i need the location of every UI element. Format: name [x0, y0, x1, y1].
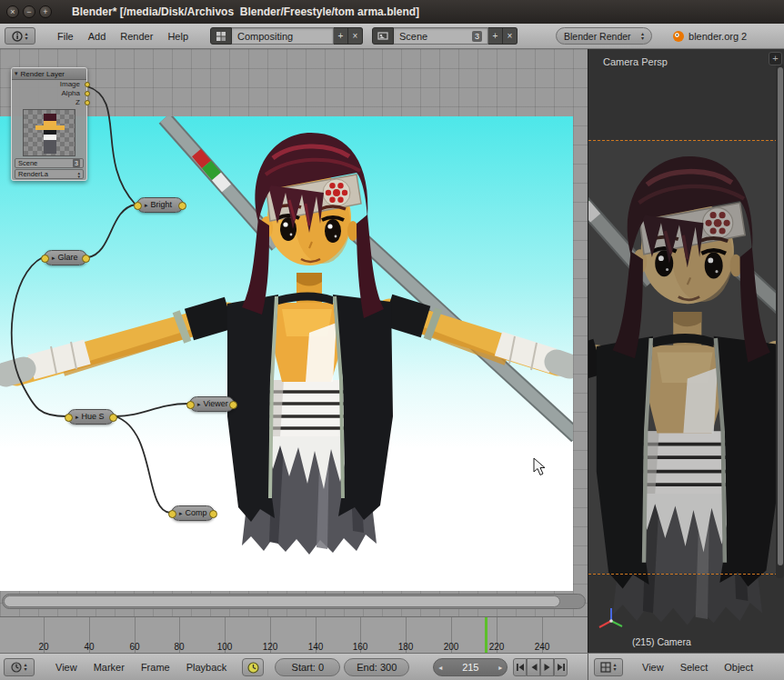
timeline-strip[interactable]: 20 40 60 80 100 120 140 160 180 200 220 … [0, 616, 588, 653]
menu-view-3d[interactable]: View [634, 662, 672, 673]
increment-arrow-icon[interactable]: ▸ [498, 664, 502, 672]
tick-label: 140 [308, 642, 324, 652]
blender-web-link[interactable]: blender.org 2 [672, 30, 747, 43]
titlebar: × − + Blender* [/media/Disk/Archivos Ble… [0, 0, 784, 24]
menu-view[interactable]: View [47, 662, 85, 673]
collapse-triangle-icon: ▸ [145, 202, 148, 208]
clock-icon [11, 662, 22, 673]
bottom-headers: ▴▾ View Marker Frame Playback Start: 0 E… [0, 653, 784, 680]
browse-layouts-button[interactable] [210, 27, 232, 45]
decrement-arrow-icon[interactable]: ◂ [438, 664, 442, 672]
start-frame-value: Start: 0 [292, 662, 324, 673]
scene-user-count: 3 [472, 31, 482, 42]
current-frame-marker[interactable] [485, 617, 487, 653]
viewport-editor-type-button[interactable]: ▴▾ [594, 658, 623, 676]
tick-label: 100 [217, 642, 233, 652]
play-icon [543, 663, 552, 672]
tick-label: 20 [38, 642, 48, 652]
scene-datablock-field[interactable]: Scene 3 [15, 158, 84, 168]
skip-end-icon [557, 663, 566, 672]
menu-select[interactable]: Select [672, 662, 717, 673]
jump-to-end-button[interactable] [554, 658, 568, 676]
character-render [0, 116, 573, 591]
window-maximize-button[interactable]: + [39, 5, 52, 18]
current-frame-field[interactable]: ◂ 215 ▸ [433, 658, 508, 676]
axis-gizmo-icon[interactable] [596, 605, 627, 636]
render-layer-select-field[interactable]: RenderLa ▴▾ [15, 169, 84, 179]
current-frame-value: 215 [462, 662, 478, 673]
viewport-3d[interactable]: Camera Persp (215) Camera + [588, 49, 784, 653]
output-image: Image [12, 80, 86, 89]
node-render-layer[interactable]: ▾ Render Layer Image Alpha Z Scene 3 Ren… [11, 67, 87, 181]
window-minimize-button[interactable]: − [23, 5, 35, 18]
timeline-editor-type-button[interactable]: ▴▾ [4, 658, 35, 676]
end-frame-value: End: 300 [357, 662, 397, 673]
node-editor-hscrollbar[interactable] [4, 595, 560, 607]
menu-playback[interactable]: Playback [178, 662, 236, 673]
add-scene-button[interactable]: + [488, 27, 503, 45]
layout-name-field[interactable]: Compositing [232, 27, 334, 45]
viewport-scrollbar[interactable] [778, 67, 783, 565]
chevron-updown-icon: ▴▾ [613, 663, 616, 672]
viewport-3d-header: ▴▾ View Select Object [588, 654, 784, 680]
scene-name: Scene [399, 31, 427, 42]
menu-render[interactable]: Render [113, 31, 160, 42]
menu-file[interactable]: File [50, 31, 81, 42]
jump-to-start-button[interactable] [513, 658, 527, 676]
start-frame-field[interactable]: Start: 0 [275, 658, 340, 676]
tick-label: 220 [489, 642, 505, 652]
camera-border-top [588, 140, 778, 141]
socket-icon[interactable] [85, 100, 90, 105]
scene-name-field[interactable]: Scene 3 [394, 27, 488, 45]
camera-border-bottom [588, 574, 778, 575]
node-hue-saturation[interactable]: ▸Hue S [67, 409, 115, 425]
chevron-updown-icon: ▴▾ [24, 663, 26, 672]
layout-grid-icon [216, 31, 226, 42]
node-composite[interactable]: ▸Comp [171, 505, 215, 521]
menu-frame[interactable]: Frame [133, 662, 178, 673]
add-layout-button[interactable]: + [334, 27, 348, 45]
close-layout-button[interactable]: × [348, 27, 363, 45]
browse-scenes-button[interactable] [372, 27, 394, 45]
region-expand-button[interactable]: + [769, 52, 782, 65]
collapse-triangle-icon: ▸ [179, 510, 183, 516]
scene-selector: Scene 3 + × [372, 27, 518, 45]
menu-object[interactable]: Object [716, 662, 761, 673]
blender-web-label: blender.org 2 [689, 31, 747, 42]
play-reverse-button[interactable] [527, 658, 540, 676]
character-3d[interactable] [588, 138, 784, 653]
chevron-updown-icon: ▴▾ [641, 32, 644, 41]
node-label: Comp [186, 508, 207, 517]
thumbnail-figure [44, 114, 56, 154]
render-engine-dropdown[interactable]: Blender Render ▴▾ [556, 27, 652, 45]
play-reverse-icon [529, 663, 538, 672]
render-backdrop [0, 116, 573, 591]
collapse-triangle-icon[interactable]: ▾ [15, 70, 18, 77]
output-label: Image [60, 80, 80, 88]
node-label: Hue S [82, 412, 105, 421]
window-controls: × − + [6, 5, 52, 18]
preview-range-toggle[interactable] [242, 658, 264, 676]
tick-label: 120 [263, 642, 278, 652]
close-scene-button[interactable]: × [503, 27, 518, 45]
window-close-button[interactable]: × [6, 5, 19, 18]
node-bright-contrast[interactable]: ▸Bright [136, 197, 184, 213]
node-viewer[interactable]: ▸Viewer [189, 396, 235, 412]
menu-add[interactable]: Add [81, 31, 114, 42]
play-button[interactable] [540, 658, 554, 676]
end-frame-field[interactable]: End: 300 [344, 658, 409, 676]
tick-label: 40 [84, 642, 94, 652]
socket-icon[interactable] [85, 91, 90, 96]
viewport-camera-label: (215) Camera [632, 636, 691, 647]
menu-marker[interactable]: Marker [85, 662, 133, 673]
tick-label: 80 [174, 642, 184, 652]
node-header[interactable]: ▾ Render Layer [12, 68, 86, 80]
screen-layout-selector: Compositing + × [210, 27, 363, 45]
node-glare[interactable]: ▸Glare [44, 250, 87, 265]
menu-help[interactable]: Help [160, 31, 196, 42]
socket-icon[interactable] [85, 82, 90, 87]
node-label: Viewer [204, 399, 228, 408]
compositor-node-editor[interactable]: ▾ Render Layer Image Alpha Z Scene 3 Ren… [0, 49, 588, 616]
editor-type-selector[interactable]: ▴▾ [5, 27, 35, 45]
node-title: Render Layer [21, 70, 65, 78]
